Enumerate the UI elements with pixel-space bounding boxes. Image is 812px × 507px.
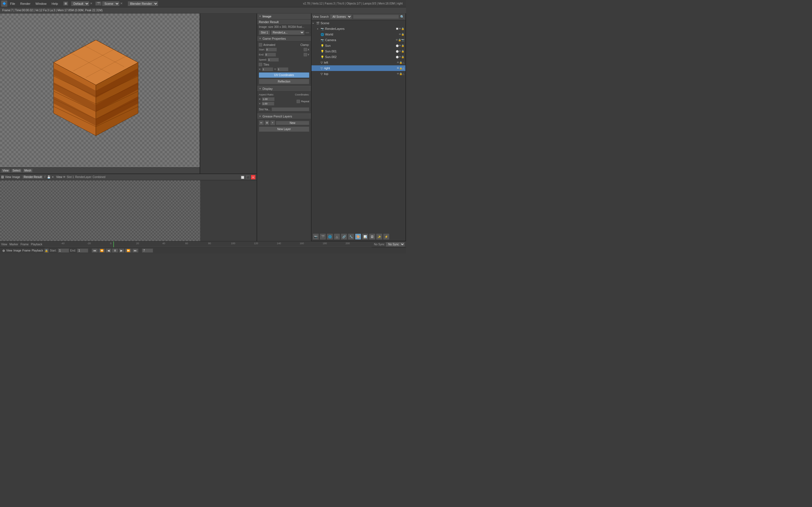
timeline-playback-btn[interactable]: Playback bbox=[31, 243, 43, 246]
tiles-checkbox[interactable] bbox=[259, 63, 262, 66]
outliner-search-btn[interactable]: Search bbox=[320, 15, 329, 18]
sun002-icon: 💡 bbox=[320, 55, 324, 59]
view-btn2[interactable]: View bbox=[56, 175, 62, 179]
game-props-header[interactable]: ▼ Game Properties bbox=[257, 36, 311, 41]
viewport-select-btn[interactable]: Select bbox=[11, 168, 22, 173]
bottom-marker-btn[interactable]: Image bbox=[13, 249, 21, 252]
tree-item-scene[interactable]: ▸ 🎬 Scene bbox=[312, 20, 405, 26]
image-title: Image bbox=[262, 15, 271, 18]
settings-icon[interactable]: ⚙ bbox=[264, 120, 269, 125]
start-input[interactable] bbox=[266, 48, 277, 52]
timeline-ruler: -40 -20 0 20 40 60 80 100 120 140 160 18… bbox=[45, 241, 371, 247]
new-btn[interactable]: New bbox=[276, 121, 309, 125]
prop-modifier-btn[interactable]: 🔧 bbox=[348, 233, 354, 240]
all-scenes-select[interactable]: All Scenes bbox=[330, 14, 352, 19]
img-close-icon[interactable]: ✕ bbox=[52, 175, 54, 179]
menu-file[interactable]: File bbox=[8, 1, 17, 6]
lock-btn[interactable]: 🔒 bbox=[44, 248, 49, 253]
stop-btn[interactable]: ⏸ bbox=[112, 248, 118, 252]
timeline-marker-btn[interactable]: Marker bbox=[10, 243, 18, 246]
new-layer-btn[interactable]: New Layer bbox=[259, 126, 309, 132]
aspect-x-input[interactable] bbox=[262, 97, 274, 101]
timeline-view-btn[interactable]: View bbox=[1, 243, 7, 246]
tree-item-left[interactable]: ▽ left 👁 🔒 △ bbox=[312, 60, 405, 65]
tree-item-sun001[interactable]: 💡 Sun.001 ⬤ 👁 🔒 bbox=[312, 48, 405, 54]
prop-world-btn[interactable]: 🌐 bbox=[327, 233, 333, 240]
prop-material-btn[interactable]: 🎨 bbox=[355, 233, 361, 240]
mode-selector[interactable]: Default bbox=[71, 1, 89, 6]
view-icon[interactable]: 👁 bbox=[63, 175, 66, 179]
prop-obj-btn[interactable]: △ bbox=[334, 233, 340, 240]
step-back-btn[interactable]: ⏪ bbox=[98, 248, 105, 252]
overlay-btn2[interactable]: ⬛ bbox=[246, 175, 250, 179]
bottom-icon[interactable]: ⊕ bbox=[2, 249, 5, 252]
menu-render[interactable]: Render bbox=[18, 1, 33, 6]
aspect-y-input[interactable] bbox=[262, 102, 274, 106]
tree-item-sun[interactable]: 💡 Sun ⬤ 👁 🔒 bbox=[312, 43, 405, 48]
outliner-view-btn[interactable]: View bbox=[313, 15, 319, 18]
end-frame-input[interactable] bbox=[77, 248, 88, 252]
viewport-mesh-btn[interactable]: Mesh bbox=[23, 168, 33, 173]
jump-start-btn[interactable]: ⏮ bbox=[92, 248, 98, 252]
clamp-x-checkbox[interactable] bbox=[304, 48, 307, 51]
add-layer-icon[interactable]: + bbox=[270, 120, 275, 125]
bottom-playback-btn[interactable]: Playback bbox=[32, 249, 43, 252]
search-icon[interactable]: 🔍 bbox=[400, 15, 404, 19]
sun002-name: Sun.002 bbox=[325, 55, 396, 59]
slot-na-input[interactable] bbox=[271, 107, 309, 111]
img-save-icon[interactable]: 💾 bbox=[47, 175, 50, 179]
renderlayer-btn[interactable]: RenderLayer bbox=[75, 175, 91, 179]
prop-constraint-btn[interactable]: 🔗 bbox=[341, 233, 347, 240]
combine-btn[interactable] bbox=[305, 32, 309, 34]
play-back-btn[interactable]: ◀ bbox=[106, 248, 111, 252]
prop-texture-btn[interactable]: 🖼 bbox=[369, 233, 375, 240]
menu-help[interactable]: Help bbox=[49, 1, 60, 6]
render-result-select[interactable]: Render Result bbox=[22, 175, 43, 179]
animated-checkbox[interactable] bbox=[259, 43, 262, 47]
tree-item-camera[interactable]: 📷 Camera 👁 🔒 📷 bbox=[312, 37, 405, 43]
tree-item-right[interactable]: ▽ right 👁 🔒 △ bbox=[312, 65, 405, 71]
tree-item-top[interactable]: ▽ top 👁 🔒 △ bbox=[312, 71, 405, 76]
slot-btn[interactable]: Slot 1 bbox=[259, 30, 270, 35]
prop-scene-btn[interactable]: 🎬 bbox=[320, 233, 326, 240]
grease-pencil-header[interactable]: ▼ Grease Pencil Layers bbox=[257, 114, 311, 119]
sync-select[interactable]: No Sync bbox=[386, 242, 405, 247]
slot-btn[interactable]: Slot 1 bbox=[67, 175, 74, 179]
step-fwd-btn[interactable]: ⏩ bbox=[125, 248, 132, 252]
speed-input[interactable] bbox=[267, 58, 279, 62]
menu-window[interactable]: Window bbox=[33, 1, 49, 6]
uv-coordinates-btn[interactable]: UV Coordinates bbox=[259, 72, 309, 78]
x-input[interactable] bbox=[262, 67, 273, 71]
close-editor-btn[interactable]: ✕ bbox=[251, 175, 255, 179]
overlay-btn1[interactable]: ⬜ bbox=[240, 175, 245, 179]
img-view-btn[interactable]: View bbox=[5, 175, 11, 179]
tree-item-world[interactable]: 🌐 World 👁 🔒 bbox=[312, 32, 405, 37]
prop-particles-btn[interactable]: ✨ bbox=[376, 233, 382, 240]
clamp-y-checkbox[interactable] bbox=[304, 53, 307, 56]
end-input[interactable] bbox=[265, 53, 276, 57]
pencil-icon[interactable]: ✏ bbox=[259, 120, 264, 125]
bottom-view-btn[interactable]: View bbox=[6, 249, 12, 252]
tree-item-renderlayers[interactable]: ▸ 📷 RenderLayers 🔲 👁 🔒 bbox=[312, 26, 405, 32]
reflection-btn[interactable]: Reflection bbox=[259, 79, 309, 84]
timeline-frame-btn[interactable]: Frame bbox=[20, 243, 29, 246]
outliner-search-input[interactable] bbox=[353, 15, 399, 19]
bottom-frame-btn[interactable]: Frame bbox=[22, 249, 31, 252]
img-image-btn[interactable]: Image bbox=[12, 175, 20, 179]
jump-end-btn[interactable]: ⏭ bbox=[132, 248, 139, 252]
prop-physics-btn[interactable]: ⚡ bbox=[383, 233, 389, 240]
current-frame-input[interactable] bbox=[142, 248, 153, 252]
play-fwd-btn[interactable]: ▶ bbox=[119, 248, 124, 252]
viewport-view-btn[interactable]: View bbox=[1, 168, 10, 173]
y-input[interactable] bbox=[277, 67, 289, 71]
scene-selector[interactable]: Scene bbox=[102, 1, 119, 6]
repeat-checkbox[interactable] bbox=[297, 100, 300, 103]
display-header[interactable]: ▼ Display bbox=[257, 86, 311, 92]
prop-render-btn[interactable]: 📷 bbox=[313, 233, 319, 240]
start-frame-input[interactable] bbox=[58, 248, 69, 252]
render-engine[interactable]: Blender Render bbox=[128, 1, 158, 6]
render-layer-dropdown[interactable]: RenderLa... bbox=[271, 30, 305, 35]
tree-item-sun002[interactable]: 💡 Sun.002 ⬤ 👁 🔒 bbox=[312, 54, 405, 60]
prop-data-btn[interactable]: 📊 bbox=[362, 233, 368, 240]
combined-btn[interactable]: Combined bbox=[93, 175, 105, 179]
